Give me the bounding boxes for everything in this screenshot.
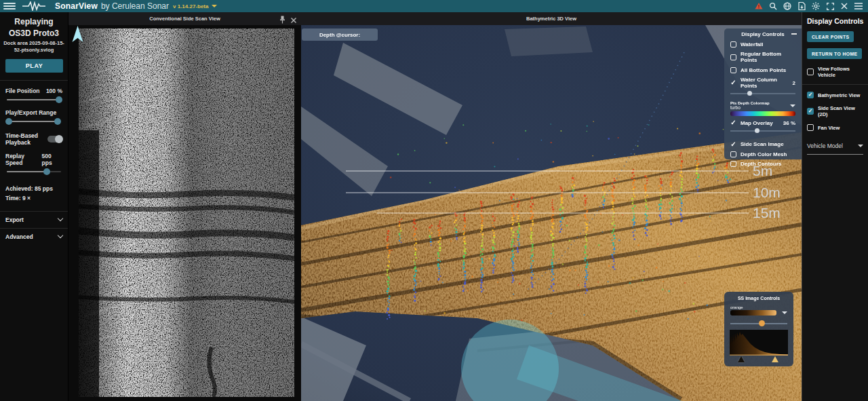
chevron-down-icon <box>58 216 63 221</box>
app-subtitle: by Cerulean Sonar <box>101 1 169 11</box>
range-end-knob[interactable] <box>54 118 61 125</box>
depth-label-15m: 15m <box>753 205 781 221</box>
histogram-low-handle[interactable] <box>738 356 745 362</box>
close-icon[interactable] <box>840 2 848 10</box>
overflow-menu-icon[interactable] <box>854 2 863 10</box>
bathy-header: Bathymetric 3D View <box>301 12 802 25</box>
top-bar: SonarView by Cerulean Sonar v 1.14.27-be… <box>0 0 868 12</box>
panel-title: SS Image Controls <box>724 296 793 301</box>
bathymetric-3d-view: Bathymetric 3D View <box>301 12 802 401</box>
waterfall-label: Waterfall <box>741 41 764 47</box>
bathymetric-view-label: Bathymetric View <box>818 92 860 98</box>
replay-speed-knob[interactable] <box>43 168 50 175</box>
water-column-points-row[interactable]: Water Column Points 2 <box>730 77 795 89</box>
vehicle-model-dropdown[interactable]: Vehicle Model <box>802 142 868 149</box>
water-column-points-checkbox[interactable] <box>730 80 736 86</box>
range-start-knob[interactable] <box>5 118 12 125</box>
log-file-name: Dock area 2025-09-08-15-52-ptsonly.svlog <box>0 40 68 54</box>
side-scan-view-2d-row[interactable]: Side Scan View (2D) <box>802 105 868 117</box>
app-title: SonarView <box>55 1 98 11</box>
chevron-down-icon[interactable] <box>782 311 787 314</box>
ss-image-controls-panel: SS Image Controls orange <box>724 292 793 366</box>
play-button[interactable]: PLAY <box>5 59 63 73</box>
advanced-label: Advanced <box>5 233 33 240</box>
depth-color-mesh-row[interactable]: Depth Color Mesh <box>730 151 795 157</box>
depth-label-10m: 10m <box>753 185 781 200</box>
orange-colormap-gradient[interactable] <box>730 310 776 316</box>
export-section[interactable]: Export <box>0 212 68 228</box>
sidescan-title: Conventional Side Scan View <box>149 16 220 22</box>
waterfall-checkbox[interactable] <box>730 41 736 47</box>
fan-view-checkbox[interactable] <box>807 124 814 131</box>
achieved-pps: Achieved: 85 pps <box>5 184 62 193</box>
file-position-slider[interactable] <box>7 96 61 103</box>
pin-icon[interactable] <box>279 14 285 26</box>
file-position-label: File Position <box>5 88 40 94</box>
view-follows-vehicle-checkbox[interactable] <box>807 69 814 75</box>
waterfall-row[interactable]: Waterfall <box>730 41 795 47</box>
sidescan-view: Conventional Side Scan View <box>68 12 301 401</box>
minimize-panel-icon[interactable] <box>791 33 797 35</box>
all-bottom-points-checkbox[interactable] <box>730 67 736 73</box>
chevron-down-icon <box>58 233 63 238</box>
view-follows-vehicle-row[interactable]: View Follows Vehicle <box>802 66 868 78</box>
depth-at-cursor-readout: Depth @cursor: <box>302 28 378 41</box>
ss-colormap-value: orange <box>730 305 793 309</box>
bathymetric-view-row[interactable]: Bathymetric View <box>802 92 868 98</box>
map-overlay-checkbox[interactable] <box>730 120 736 126</box>
ss-gain-slider[interactable] <box>730 320 787 326</box>
play-export-range-slider[interactable] <box>7 118 61 125</box>
all-bottom-points-row[interactable]: All Bottom Points <box>730 67 795 73</box>
map-overlay-slider[interactable] <box>730 128 795 133</box>
depth-contours-checkbox[interactable] <box>730 161 736 167</box>
fullscreen-icon[interactable] <box>826 2 834 10</box>
replay-speed-slider[interactable] <box>7 168 61 175</box>
version-dropdown-icon[interactable] <box>212 5 217 7</box>
globe-icon[interactable] <box>783 2 791 10</box>
panel-title: Display Controls <box>724 31 802 37</box>
time-multiplier: Time: 9 × <box>5 193 62 203</box>
regular-bottom-points-checkbox[interactable] <box>730 54 736 60</box>
alert-icon[interactable] <box>755 2 763 10</box>
settings-icon[interactable] <box>812 2 820 10</box>
file-position-value: 100 % <box>46 88 62 94</box>
search-icon[interactable] <box>769 2 777 10</box>
turbo-colormap-gradient[interactable] <box>730 111 795 116</box>
chevron-down-icon[interactable] <box>790 104 795 107</box>
return-to-home-button[interactable]: RETURN TO HOME <box>807 48 862 59</box>
menu-icon[interactable] <box>3 1 16 11</box>
side-scan-image-checkbox[interactable] <box>730 141 736 147</box>
display-controls-sidebar: Display Controls CLEAR POINTS RETURN TO … <box>802 12 868 401</box>
ss-gain-knob[interactable] <box>759 320 765 326</box>
clear-points-button[interactable]: CLEAR POINTS <box>807 31 854 42</box>
map-overlay-row[interactable]: Map Overlay 36 % <box>730 120 795 126</box>
regular-bottom-points-row[interactable]: Regular Bottom Points <box>730 51 795 63</box>
play-export-range-label: Play/Export Range <box>5 109 56 116</box>
chevron-down-icon <box>858 145 863 147</box>
histogram-high-handle[interactable] <box>772 356 778 362</box>
replay-sidebar: Replaying OS3D Proto3 Dock area 2025-09-… <box>0 12 68 401</box>
side-scan-image-row[interactable]: Side Scan Image <box>730 141 795 147</box>
save-log-icon[interactable] <box>797 2 806 10</box>
depth-contours-row[interactable]: Depth Contours <box>730 161 795 167</box>
device-name: OS3D Proto3 <box>0 28 68 38</box>
file-position-knob[interactable] <box>56 96 62 103</box>
side-scan-view-2d-checkbox[interactable] <box>807 108 814 115</box>
close-view-icon[interactable] <box>290 14 297 26</box>
fan-view-row[interactable]: Fan View <box>802 124 868 131</box>
bathymetric-view-checkbox[interactable] <box>807 92 814 98</box>
divider <box>802 84 868 85</box>
pts-depth-colormap-value: turbo <box>730 105 795 110</box>
depth-color-mesh-checkbox[interactable] <box>730 151 736 157</box>
divider <box>0 80 68 81</box>
pts-depth-colormap-select[interactable]: Pts Depth Colormap turbo <box>730 101 795 110</box>
time-based-playback-toggle[interactable] <box>47 136 62 142</box>
map-overlay-value: 36 % <box>783 120 795 126</box>
replay-speed-value: 500 pps <box>42 153 62 166</box>
water-column-points-slider[interactable] <box>730 91 795 96</box>
advanced-section[interactable]: Advanced <box>0 229 68 245</box>
replay-status: Replaying <box>0 17 68 26</box>
sonar-waterfall-image[interactable] <box>79 28 294 397</box>
depth-contours-label: Depth Contours <box>741 161 781 167</box>
side-scan-image-label: Side Scan Image <box>741 141 784 147</box>
